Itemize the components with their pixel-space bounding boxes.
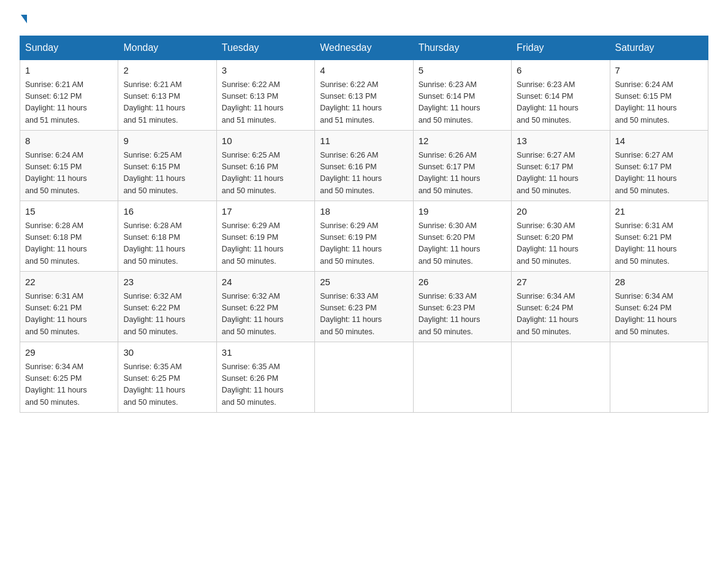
- calendar-cell: 2Sunrise: 6:21 AMSunset: 6:13 PMDaylight…: [118, 60, 216, 131]
- day-number: 16: [123, 205, 211, 219]
- day-number: 20: [517, 205, 604, 219]
- day-number: 11: [320, 134, 408, 148]
- day-number: 9: [123, 134, 211, 148]
- day-info: Sunrise: 6:28 AMSunset: 6:18 PMDaylight:…: [25, 220, 113, 268]
- day-info: Sunrise: 6:29 AMSunset: 6:19 PMDaylight:…: [320, 220, 408, 268]
- calendar-cell: 14Sunrise: 6:27 AMSunset: 6:17 PMDayligh…: [610, 131, 708, 201]
- calendar-cell: 4Sunrise: 6:22 AMSunset: 6:13 PMDaylight…: [315, 60, 413, 131]
- day-info: Sunrise: 6:33 AMSunset: 6:23 PMDaylight:…: [320, 291, 408, 339]
- day-info: Sunrise: 6:24 AMSunset: 6:15 PMDaylight:…: [25, 150, 113, 197]
- calendar-cell: 28Sunrise: 6:34 AMSunset: 6:24 PMDayligh…: [610, 272, 708, 342]
- day-number: 30: [123, 346, 211, 360]
- day-number: 13: [517, 134, 604, 148]
- column-header-wednesday: Wednesday: [315, 36, 413, 60]
- calendar-cell: 30Sunrise: 6:35 AMSunset: 6:25 PMDayligh…: [118, 342, 216, 413]
- day-info: Sunrise: 6:32 AMSunset: 6:22 PMDaylight:…: [222, 291, 309, 339]
- day-number: 27: [517, 275, 604, 289]
- day-info: Sunrise: 6:22 AMSunset: 6:13 PMDaylight:…: [320, 79, 408, 127]
- day-number: 26: [419, 275, 506, 289]
- calendar-cell: 11Sunrise: 6:26 AMSunset: 6:16 PMDayligh…: [315, 131, 413, 201]
- calendar-cell: 27Sunrise: 6:34 AMSunset: 6:24 PMDayligh…: [512, 272, 610, 342]
- day-number: 24: [222, 275, 309, 289]
- day-info: Sunrise: 6:35 AMSunset: 6:25 PMDaylight:…: [123, 361, 211, 409]
- day-info: Sunrise: 6:31 AMSunset: 6:21 PMDaylight:…: [615, 220, 703, 268]
- calendar-week-row: 15Sunrise: 6:28 AMSunset: 6:18 PMDayligh…: [20, 201, 708, 272]
- day-info: Sunrise: 6:30 AMSunset: 6:20 PMDaylight:…: [419, 220, 506, 268]
- calendar-cell: 5Sunrise: 6:23 AMSunset: 6:14 PMDaylight…: [413, 60, 511, 131]
- calendar-cell: 18Sunrise: 6:29 AMSunset: 6:19 PMDayligh…: [315, 201, 413, 272]
- day-number: 25: [320, 275, 408, 289]
- day-number: 17: [222, 205, 309, 219]
- calendar-cell: 31Sunrise: 6:35 AMSunset: 6:26 PMDayligh…: [216, 342, 314, 413]
- calendar-cell: 24Sunrise: 6:32 AMSunset: 6:22 PMDayligh…: [216, 272, 314, 342]
- column-header-saturday: Saturday: [610, 36, 708, 60]
- day-info: Sunrise: 6:34 AMSunset: 6:24 PMDaylight:…: [615, 291, 703, 339]
- calendar-cell: 1Sunrise: 6:21 AMSunset: 6:12 PMDaylight…: [20, 60, 118, 131]
- day-number: 23: [123, 275, 211, 289]
- day-info: Sunrise: 6:26 AMSunset: 6:16 PMDaylight:…: [320, 150, 408, 197]
- day-number: 31: [222, 346, 309, 360]
- calendar-cell: 17Sunrise: 6:29 AMSunset: 6:19 PMDayligh…: [216, 201, 314, 272]
- day-info: Sunrise: 6:34 AMSunset: 6:24 PMDaylight:…: [517, 291, 604, 339]
- day-info: Sunrise: 6:21 AMSunset: 6:13 PMDaylight:…: [123, 79, 211, 127]
- day-info: Sunrise: 6:24 AMSunset: 6:15 PMDaylight:…: [615, 79, 703, 127]
- day-info: Sunrise: 6:28 AMSunset: 6:18 PMDaylight:…: [123, 220, 211, 268]
- day-info: Sunrise: 6:25 AMSunset: 6:15 PMDaylight:…: [123, 150, 211, 197]
- day-info: Sunrise: 6:26 AMSunset: 6:17 PMDaylight:…: [419, 150, 506, 197]
- calendar-cell: 13Sunrise: 6:27 AMSunset: 6:17 PMDayligh…: [512, 131, 610, 201]
- day-info: Sunrise: 6:23 AMSunset: 6:14 PMDaylight:…: [419, 79, 506, 127]
- calendar-cell: 7Sunrise: 6:24 AMSunset: 6:15 PMDaylight…: [610, 60, 708, 131]
- day-info: Sunrise: 6:32 AMSunset: 6:22 PMDaylight:…: [123, 291, 211, 339]
- calendar-cell: [610, 342, 708, 413]
- day-number: 15: [25, 205, 113, 219]
- calendar-cell: 20Sunrise: 6:30 AMSunset: 6:20 PMDayligh…: [512, 201, 610, 272]
- day-number: 2: [123, 64, 211, 78]
- page-header: [20, 15, 708, 23]
- day-info: Sunrise: 6:21 AMSunset: 6:12 PMDaylight:…: [25, 79, 113, 127]
- day-number: 19: [419, 205, 506, 219]
- calendar-header-row: SundayMondayTuesdayWednesdayThursdayFrid…: [20, 36, 708, 60]
- day-number: 5: [419, 64, 506, 78]
- calendar-week-row: 8Sunrise: 6:24 AMSunset: 6:15 PMDaylight…: [20, 131, 708, 201]
- day-number: 6: [517, 64, 604, 78]
- day-info: Sunrise: 6:22 AMSunset: 6:13 PMDaylight:…: [222, 79, 309, 127]
- day-number: 7: [615, 64, 703, 78]
- calendar-cell: 29Sunrise: 6:34 AMSunset: 6:25 PMDayligh…: [20, 342, 118, 413]
- calendar-week-row: 22Sunrise: 6:31 AMSunset: 6:21 PMDayligh…: [20, 272, 708, 342]
- calendar-cell: 3Sunrise: 6:22 AMSunset: 6:13 PMDaylight…: [216, 60, 314, 131]
- calendar-cell: 8Sunrise: 6:24 AMSunset: 6:15 PMDaylight…: [20, 131, 118, 201]
- day-info: Sunrise: 6:27 AMSunset: 6:17 PMDaylight:…: [517, 150, 604, 197]
- day-info: Sunrise: 6:33 AMSunset: 6:23 PMDaylight:…: [419, 291, 506, 339]
- calendar-table: SundayMondayTuesdayWednesdayThursdayFrid…: [20, 36, 708, 413]
- day-number: 21: [615, 205, 703, 219]
- day-number: 4: [320, 64, 408, 78]
- day-info: Sunrise: 6:27 AMSunset: 6:17 PMDaylight:…: [615, 150, 703, 197]
- column-header-tuesday: Tuesday: [216, 36, 314, 60]
- calendar-cell: 10Sunrise: 6:25 AMSunset: 6:16 PMDayligh…: [216, 131, 314, 201]
- day-number: 10: [222, 134, 309, 148]
- day-info: Sunrise: 6:23 AMSunset: 6:14 PMDaylight:…: [517, 79, 604, 127]
- day-number: 12: [419, 134, 506, 148]
- calendar-cell: 25Sunrise: 6:33 AMSunset: 6:23 PMDayligh…: [315, 272, 413, 342]
- calendar-cell: [315, 342, 413, 413]
- day-number: 14: [615, 134, 703, 148]
- column-header-thursday: Thursday: [413, 36, 511, 60]
- logo-arrow-icon: [21, 15, 27, 23]
- calendar-cell: 12Sunrise: 6:26 AMSunset: 6:17 PMDayligh…: [413, 131, 511, 201]
- day-info: Sunrise: 6:34 AMSunset: 6:25 PMDaylight:…: [25, 361, 113, 409]
- calendar-cell: 19Sunrise: 6:30 AMSunset: 6:20 PMDayligh…: [413, 201, 511, 272]
- calendar-cell: [413, 342, 511, 413]
- day-number: 1: [25, 64, 113, 78]
- day-info: Sunrise: 6:29 AMSunset: 6:19 PMDaylight:…: [222, 220, 309, 268]
- calendar-cell: 9Sunrise: 6:25 AMSunset: 6:15 PMDaylight…: [118, 131, 216, 201]
- column-header-friday: Friday: [512, 36, 610, 60]
- day-number: 18: [320, 205, 408, 219]
- calendar-cell: 21Sunrise: 6:31 AMSunset: 6:21 PMDayligh…: [610, 201, 708, 272]
- logo: [20, 15, 28, 23]
- calendar-cell: 16Sunrise: 6:28 AMSunset: 6:18 PMDayligh…: [118, 201, 216, 272]
- column-header-sunday: Sunday: [20, 36, 118, 60]
- calendar-cell: 26Sunrise: 6:33 AMSunset: 6:23 PMDayligh…: [413, 272, 511, 342]
- day-info: Sunrise: 6:30 AMSunset: 6:20 PMDaylight:…: [517, 220, 604, 268]
- day-info: Sunrise: 6:25 AMSunset: 6:16 PMDaylight:…: [222, 150, 309, 197]
- day-number: 8: [25, 134, 113, 148]
